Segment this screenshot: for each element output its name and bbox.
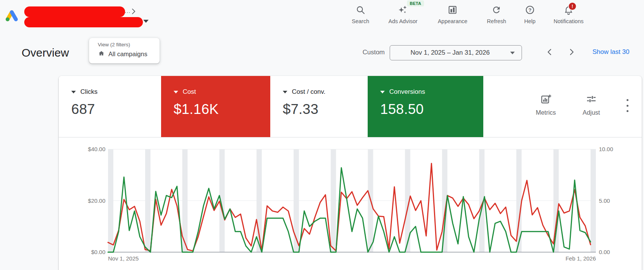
beta-badge: BETA (407, 0, 424, 6)
account-dropdown-caret-icon[interactable] (143, 20, 149, 23)
google-ads-overview-page: ... Search BETA Ads Advisor (0, 0, 644, 270)
search-icon (356, 5, 365, 15)
topnav-refresh[interactable]: Refresh (487, 5, 506, 24)
svg-text:$0.00: $0.00 (91, 249, 105, 255)
metric-value: 158.50 (380, 101, 483, 117)
topnav-refresh-label: Refresh (487, 18, 506, 24)
sliders-icon (586, 93, 597, 106)
svg-text:Nov 1, 2025: Nov 1, 2025 (108, 255, 139, 262)
view-filter-value: All campaigns (108, 51, 147, 58)
metrics-chart-plus-icon (540, 93, 552, 106)
metric-tile-clicks[interactable]: Clicks 687 (59, 76, 161, 137)
metric-label: Conversions (389, 88, 425, 96)
topnav-search[interactable]: Search (352, 5, 369, 24)
account-chevron-right-icon[interactable] (129, 7, 138, 17)
svg-text:Feb 1, 2026: Feb 1, 2026 (566, 255, 596, 262)
view-filter-label: View (2 filters) (98, 42, 160, 47)
bell-icon: ! (563, 5, 573, 15)
date-range-value: Nov 1, 2025 – Jan 31, 2026 (390, 49, 510, 57)
help-icon: ? (525, 5, 535, 15)
previous-period-button[interactable] (545, 47, 554, 58)
metric-tile-conversions[interactable]: Conversions 158.50 (368, 76, 483, 137)
metric-dropdown-caret-icon[interactable] (380, 91, 385, 93)
metric-label: Cost (183, 88, 196, 96)
notification-alert-badge: ! (568, 2, 577, 11)
topnav-ads-advisor-label: Ads Advisor (389, 18, 418, 24)
svg-text:$40.00: $40.00 (88, 146, 105, 152)
topnav-search-label: Search (352, 18, 369, 24)
metric-tile-cost-per-conv[interactable]: Cost / conv. $7.33 (270, 76, 368, 137)
home-icon (98, 50, 105, 58)
topnav-notifications[interactable]: ! Notifications (554, 5, 584, 24)
topnav-help[interactable]: ? Help (524, 5, 536, 24)
topnav-appearance[interactable]: Appearance (438, 5, 467, 24)
refresh-icon (492, 5, 501, 15)
svg-text:$20.00: $20.00 (88, 197, 105, 204)
svg-text:5.00: 5.00 (599, 197, 610, 204)
svg-text:?: ? (528, 7, 531, 13)
metric-label: Cost / conv. (292, 88, 326, 96)
topnav-appearance-label: Appearance (438, 18, 467, 24)
adjust-button-label: Adjust (583, 109, 600, 116)
metric-dropdown-caret-icon[interactable] (71, 91, 76, 93)
redacted-account-name (24, 6, 125, 17)
topnav-notifications-label: Notifications (554, 18, 584, 24)
metric-dropdown-caret-icon[interactable] (283, 91, 287, 93)
adjust-button[interactable]: Adjust (583, 93, 600, 116)
topnav-help-label: Help (524, 18, 536, 24)
view-filter-card[interactable]: View (2 filters) All campaigns (89, 38, 160, 63)
show-last-30-link[interactable]: Show last 30 (592, 48, 629, 56)
redacted-account-id (24, 17, 143, 27)
metric-label: Clicks (80, 88, 97, 96)
svg-text:0.00: 0.00 (599, 249, 610, 255)
topnav-ads-advisor[interactable]: BETA Ads Advisor (389, 5, 418, 24)
next-period-button[interactable] (567, 47, 576, 58)
overview-timeseries-chart[interactable]: $0.00$20.00$40.000.005.0010.00Nov 1, 202… (59, 137, 642, 270)
appearance-icon (448, 5, 458, 15)
metric-value: 687 (71, 101, 161, 117)
date-range-caret-icon (510, 52, 515, 54)
page-title: Overview (22, 46, 69, 59)
overview-summary-card: Clicks 687 Cost $1.16K Cost / conv. $7.3… (59, 76, 642, 270)
metric-value: $7.33 (283, 101, 368, 117)
date-range-selector[interactable]: Nov 1, 2025 – Jan 31, 2026 (390, 45, 522, 60)
metric-tile-cost[interactable]: Cost $1.16K (161, 76, 270, 137)
more-options-kebab-icon[interactable] (624, 98, 631, 113)
metrics-button[interactable]: Metrics (536, 93, 556, 116)
google-ads-logo[interactable] (5, 9, 19, 22)
sparkle-icon: BETA (397, 5, 409, 15)
svg-text:10.00: 10.00 (599, 146, 613, 152)
metrics-button-label: Metrics (536, 109, 556, 116)
metric-value: $1.16K (174, 101, 270, 117)
metric-dropdown-caret-icon[interactable] (174, 91, 178, 93)
date-range-type-label: Custom (357, 49, 385, 56)
